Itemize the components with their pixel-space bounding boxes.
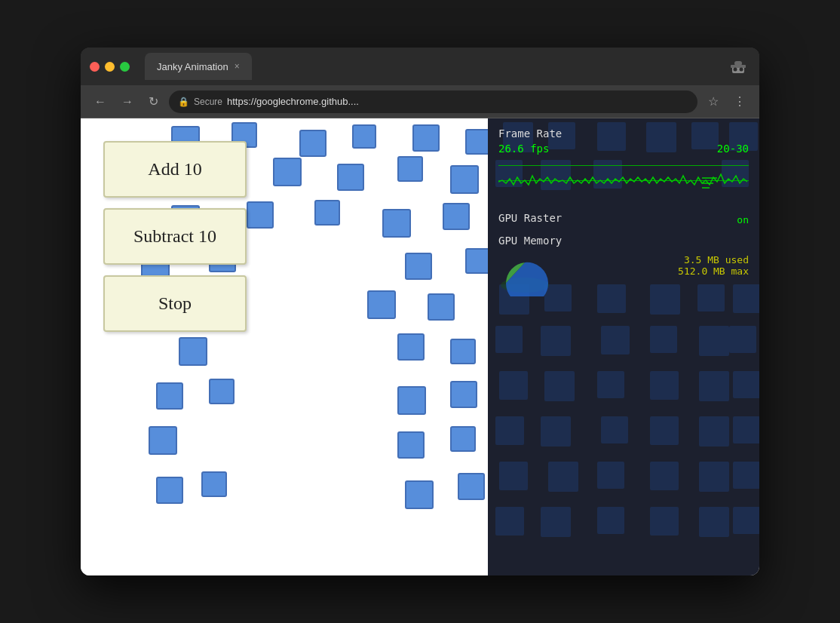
svg-point-3	[734, 68, 737, 72]
maximize-button[interactable]	[120, 62, 130, 72]
blue-square	[367, 290, 396, 319]
tab-close-icon[interactable]: ×	[235, 61, 240, 72]
blue-square	[428, 293, 455, 321]
blue-square	[247, 201, 274, 229]
svg-point-4	[740, 68, 743, 72]
blue-square	[450, 339, 476, 364]
forward-button[interactable]: →	[117, 92, 138, 112]
graph-line-top	[498, 165, 749, 166]
gpu-memory-label: GPU Memory	[498, 235, 749, 247]
stats-overlay: Frame Rate 26.6 fps 20-30	[488, 118, 759, 575]
blue-square	[156, 477, 183, 504]
blue-square	[273, 158, 302, 186]
memory-values: 3.5 MB used 512.0 MB max	[678, 254, 749, 277]
refresh-button[interactable]: ↻	[144, 91, 163, 112]
memory-max: 512.0 MB max	[678, 265, 749, 277]
lock-icon: 🔒	[178, 97, 189, 107]
more-menu-icon[interactable]: ⋮	[729, 91, 750, 112]
buttons-panel: Add 10 Subtract 10 Stop	[103, 141, 247, 332]
frame-rate-section: Frame Rate 26.6 fps 20-30	[498, 127, 749, 204]
blue-square	[465, 129, 488, 155]
frame-rate-value: 26.6 fps	[498, 143, 549, 155]
frame-rate-graph	[498, 159, 749, 204]
main-area: Add 10 Subtract 10 Stop	[81, 118, 488, 575]
blue-square	[450, 426, 476, 452]
frame-rate-range: 20-30	[717, 143, 749, 155]
incognito-icon	[726, 54, 750, 78]
title-bar: Janky Animation ×	[81, 48, 759, 85]
gpu-raster-row: GPU Raster on	[498, 212, 749, 227]
blue-square	[382, 209, 411, 238]
minimize-button[interactable]	[105, 62, 115, 72]
svg-rect-2	[734, 61, 742, 66]
blue-square	[179, 337, 207, 366]
blue-square	[405, 253, 432, 280]
tab-area: Janky Animation ×	[145, 53, 717, 80]
browser-window: Janky Animation × ← → ↻ 🔒 Secure https:/…	[81, 48, 759, 575]
url-text: https://googlechrome.github....	[227, 96, 359, 107]
gpu-raster-section: GPU Raster on	[498, 212, 749, 227]
blue-square	[465, 248, 488, 274]
blue-square	[337, 164, 364, 191]
graph-wave-svg	[498, 167, 747, 197]
blue-square	[314, 200, 340, 226]
blue-square	[450, 381, 477, 408]
back-button[interactable]: ←	[90, 92, 111, 112]
gpu-raster-label: GPU Raster	[498, 212, 562, 224]
frame-rate-label: Frame Rate	[498, 127, 749, 140]
blue-square	[397, 431, 425, 459]
blue-square	[149, 426, 177, 455]
active-tab[interactable]: Janky Animation ×	[145, 53, 252, 80]
frame-rate-values: 26.6 fps 20-30	[498, 143, 749, 155]
memory-used: 3.5 MB used	[684, 254, 749, 265]
blue-square	[450, 165, 479, 194]
blue-square	[397, 333, 425, 361]
secure-label: Secure	[194, 97, 222, 107]
blue-square	[458, 473, 485, 500]
blue-square	[201, 471, 227, 497]
gpu-raster-value: on	[737, 214, 749, 226]
add-10-button[interactable]: Add 10	[103, 141, 247, 198]
bookmark-icon[interactable]: ☆	[704, 91, 723, 112]
blue-square	[412, 124, 440, 152]
blue-square	[397, 386, 426, 415]
blue-square	[209, 379, 235, 404]
blue-square	[443, 203, 470, 230]
blue-square	[405, 480, 434, 509]
close-button[interactable]	[90, 62, 100, 72]
stats-content: Frame Rate 26.6 fps 20-30	[498, 127, 749, 299]
url-bar[interactable]: 🔒 Secure https://googlechrome.github....	[169, 91, 697, 113]
address-bar: ← → ↻ 🔒 Secure https://googlechrome.gith…	[81, 85, 759, 118]
subtract-10-button[interactable]: Subtract 10	[103, 208, 247, 265]
blue-square	[397, 156, 423, 182]
memory-pie-chart	[498, 251, 551, 299]
blue-square	[156, 382, 183, 410]
tab-title: Janky Animation	[157, 61, 228, 72]
blue-square	[299, 130, 326, 157]
page-content: Add 10 Subtract 10 Stop	[81, 118, 759, 575]
blue-square	[352, 124, 376, 149]
gpu-memory-section: GPU Memory 3.5 MB used 512	[498, 235, 749, 299]
stop-button[interactable]: Stop	[103, 275, 247, 332]
pie-chart-svg	[498, 251, 551, 296]
traffic-lights	[90, 62, 130, 72]
